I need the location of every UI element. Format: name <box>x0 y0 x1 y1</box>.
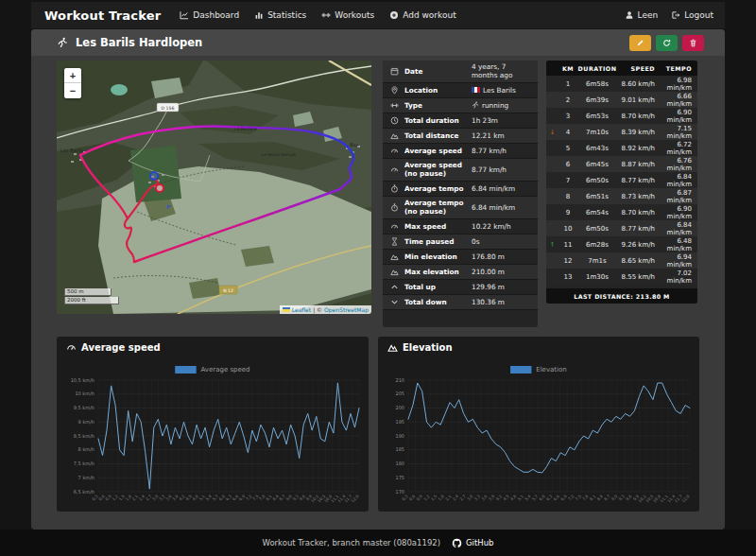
edit-button[interactable] <box>629 35 651 51</box>
average-speed-legend[interactable]: Average speed <box>175 366 249 374</box>
road-shield-n12: N 12 <box>219 286 237 294</box>
route-start-marker[interactable] <box>150 172 158 180</box>
map-canvas: Les Barils Bay La Ferrière Le Mesnil Ber… <box>57 61 371 314</box>
leaflet-link[interactable]: Leaflet <box>292 306 311 313</box>
map-scale-metric: 500 m <box>64 288 112 296</box>
detail-label: Min elevation <box>404 252 472 261</box>
map-label-bay: Bay <box>350 142 358 148</box>
split-duration: 6m54s <box>577 204 617 220</box>
split-row: 76m50s8.77 km/h6.84 min/km <box>546 172 697 188</box>
osm-link[interactable]: OpenStreetMap <box>324 306 369 313</box>
detail-label: Total up <box>404 283 472 291</box>
split-duration: 6m53s <box>577 108 617 124</box>
detail-row: Min elevation176.80 m <box>383 250 538 265</box>
split-speed: 8.70 km/h <box>617 204 657 220</box>
detail-row: Date4 years, 7 months ago <box>383 61 538 83</box>
split-speed: 8.60 km/h <box>617 76 657 92</box>
split-tempo: 6.98 min/km <box>657 76 697 92</box>
svg-text:7,5 km/h: 7,5 km/h <box>74 460 94 466</box>
splits-column-header: SPEED <box>617 61 657 76</box>
workout-details-rows: Date4 years, 7 months agoLocationLes Bar… <box>383 61 538 310</box>
chevron-up-icon <box>390 283 404 291</box>
split-row: 16m58s8.60 km/h6.98 min/km <box>546 76 697 92</box>
logout-icon <box>671 10 680 20</box>
splits-table: KMDURATIONSPEEDTEMPO 16m58s8.60 km/h6.98… <box>546 61 697 285</box>
split-km: 4 <box>558 124 577 140</box>
split-km: 5 <box>558 140 577 156</box>
detail-value: 129.96 m <box>472 283 530 291</box>
last-distance: LAST DISTANCE: 213.80 M <box>546 288 697 304</box>
split-tempo: 6.84 min/km <box>657 220 697 236</box>
elevation-legend[interactable]: Elevation <box>510 366 567 374</box>
france-flag-icon <box>472 87 480 93</box>
split-speed: 8.87 km/h <box>617 156 657 172</box>
detail-value: 4 years, 7 months ago <box>472 62 530 80</box>
github-link[interactable]: GitHub <box>466 538 493 547</box>
attribution-separator: | © <box>313 306 322 313</box>
delete-button[interactable] <box>682 35 704 51</box>
map-label-la-ferriere: La Ferrière <box>234 127 257 131</box>
split-speed: 8.70 km/h <box>617 108 657 124</box>
road-shield-d156: D 156 <box>157 103 179 112</box>
splits-column-header: DURATION <box>577 61 617 76</box>
detail-label: Location <box>404 86 472 95</box>
detail-row: Max elevation210.00 m <box>383 265 538 280</box>
split-row: 26m39s9.01 km/h6.66 min/km <box>546 92 697 108</box>
average-speed-chart-title: Average speed <box>66 342 161 353</box>
svg-text:190: 190 <box>395 433 404 439</box>
gauge-icon <box>390 222 404 231</box>
detail-row: Average speed8.77 km/h <box>383 144 538 159</box>
split-km: 8 <box>558 188 577 204</box>
gauge-icon <box>66 342 77 353</box>
refresh-button[interactable] <box>656 35 678 51</box>
app-brand[interactable]: Workout Tracker <box>44 9 161 23</box>
detail-value: 130.36 m <box>472 298 530 306</box>
map-zoom-control: + − <box>64 68 81 98</box>
detail-label: Total distance <box>404 131 472 140</box>
detail-label: Time paused <box>404 237 472 246</box>
split-tempo: 6.90 min/km <box>657 108 697 124</box>
detail-value: 6.84 min/km <box>472 184 530 193</box>
svg-text:10 km/h: 10 km/h <box>75 391 94 396</box>
gauge-icon <box>390 165 404 174</box>
split-km: 9 <box>558 204 577 220</box>
mountain-icon <box>390 268 404 276</box>
average-speed-chart-card: Average speed Average speed 0.30.60.91.2… <box>57 337 369 512</box>
split-km: 10 <box>558 220 577 236</box>
split-speed: 8.73 km/h <box>617 188 657 204</box>
logout-link[interactable]: Logout <box>671 10 713 20</box>
map-zoom-out-button[interactable]: − <box>64 83 81 98</box>
runner-icon <box>472 101 479 109</box>
map-label-les-barils: Les Barils <box>60 148 83 153</box>
svg-text:9 km/h: 9 km/h <box>78 419 94 425</box>
page-title: Les Barils Hardlopen <box>76 36 202 49</box>
split-duration: 6m50s <box>577 220 617 236</box>
trash-icon <box>689 39 697 47</box>
github-icon <box>452 538 462 548</box>
map[interactable]: Les Barils Bay La Ferrière Le Mesnil Ber… <box>57 61 371 314</box>
split-row: ↑116m28s9.26 km/h6.48 min/km <box>546 236 697 252</box>
map-zoom-in-button[interactable]: + <box>64 68 81 83</box>
nav-statistics-label: Statistics <box>267 10 306 20</box>
footer-text: Workout Tracker, branch master (080a1192… <box>262 538 440 547</box>
hourglass-icon <box>390 237 404 246</box>
detail-value: 12.21 km <box>472 131 530 140</box>
nav-dashboard[interactable]: Dashboard <box>180 10 239 20</box>
detail-value: Les Barils <box>472 86 530 95</box>
splits-column-header: TEMPO <box>657 61 697 76</box>
map-scale-imperial: 2000 ft <box>64 297 119 304</box>
elevation-chart-card: Elevation Elevation 0.30.60.91.21.51.82.… <box>378 337 699 512</box>
github-group: GitHub <box>452 538 493 548</box>
split-tempo: 6.87 min/km <box>657 188 697 204</box>
nav-add-workout[interactable]: Add workout <box>389 10 455 20</box>
user-menu[interactable]: Leen <box>625 10 659 20</box>
route-end-marker[interactable] <box>156 184 163 192</box>
nav-statistics[interactable]: Statistics <box>254 10 306 20</box>
split-tempo: 7.15 min/km <box>657 124 697 140</box>
workout-details-card: Date4 years, 7 months agoLocationLes Bar… <box>383 61 538 327</box>
detail-value: 176.80 m <box>472 252 530 261</box>
detail-row: Average tempo (no pause)6.84 min/km <box>383 197 538 219</box>
page-header: Les Barils Hardlopen <box>31 29 725 56</box>
detail-value: 1h 23m <box>472 116 530 125</box>
nav-workouts[interactable]: Workouts <box>321 10 374 20</box>
